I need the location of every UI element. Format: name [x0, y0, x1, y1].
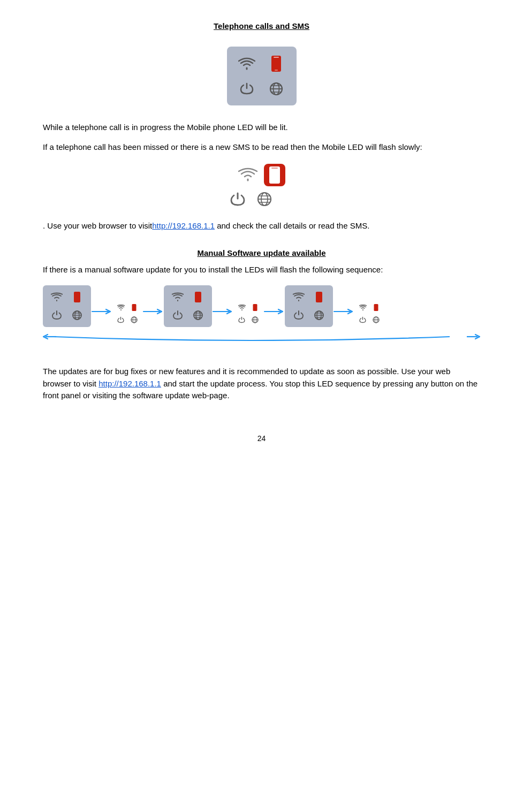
- svg-rect-8: [269, 166, 280, 184]
- svg-rect-9: [271, 168, 278, 169]
- arrow-3: [212, 307, 233, 316]
- mobile-icon-1: [264, 53, 289, 74]
- wifi-icon-1: [234, 53, 260, 74]
- led-sequence-diagram: [43, 285, 480, 344]
- seq-mobile-3: [190, 289, 208, 305]
- seq-globe-4-sm: [249, 315, 261, 325]
- svg-rect-21: [132, 304, 136, 311]
- globe-icon-2: [256, 191, 273, 209]
- led-diagram-missed-call: [43, 164, 480, 209]
- svg-rect-2: [275, 70, 278, 71]
- page-number: 24: [43, 434, 480, 443]
- seq-globe-6-sm: [370, 315, 382, 325]
- globe-icon-1: [264, 78, 289, 99]
- seq-unit-5: [285, 285, 333, 327]
- seq-power-1: [48, 308, 66, 324]
- seq-mobile-1: [69, 289, 87, 305]
- seq-wifi-1: [48, 289, 66, 305]
- seq-power-5: [290, 308, 308, 324]
- seq-unit-3: [164, 285, 212, 327]
- section-title-software-update: Manual Software update available: [43, 248, 480, 257]
- text-active-call: While a telephone call is in progress th…: [43, 122, 480, 134]
- power-icon-2: [229, 191, 246, 209]
- seq-globe-1: [69, 308, 87, 324]
- seq-unit-6: [354, 300, 384, 327]
- svg-rect-25: [195, 292, 201, 302]
- text-browser-visit: . Use your web browser to visithttp://19…: [43, 220, 480, 232]
- loop-arrows: [43, 329, 480, 344]
- seq-wifi-2-sm: [115, 302, 127, 313]
- seq-mobile-4-sm: [249, 302, 261, 313]
- svg-rect-0: [271, 56, 281, 72]
- text-updates-description: The updates are for bug fixes or new fea…: [43, 366, 480, 402]
- seq-mobile-6-sm: [370, 302, 382, 313]
- text-missed-call: If a telephone call has been missed or t…: [43, 141, 480, 154]
- seq-unit-1: [43, 285, 91, 327]
- seq-wifi-5: [290, 289, 308, 305]
- seq-unit-2: [112, 300, 142, 327]
- seq-power-4-sm: [236, 315, 248, 325]
- seq-mobile-5: [310, 289, 329, 305]
- wifi-icon-2: [238, 166, 257, 184]
- page-title: Telephone calls and SMS: [43, 21, 480, 31]
- mobile-icon-highlighted: [264, 164, 285, 186]
- seq-unit-4: [233, 300, 263, 327]
- seq-wifi-3: [169, 289, 187, 305]
- arrow-5: [333, 307, 354, 316]
- svg-rect-1: [274, 57, 279, 58]
- svg-rect-31: [253, 304, 257, 311]
- seq-power-2-sm: [115, 315, 127, 325]
- seq-globe-5: [310, 308, 329, 324]
- seq-globe-3: [190, 308, 208, 324]
- led-diagram-active-call: [43, 47, 480, 105]
- arrow-2: [142, 307, 164, 316]
- svg-rect-15: [74, 292, 80, 302]
- seq-wifi-4-sm: [236, 302, 248, 313]
- seq-power-6-sm: [357, 315, 369, 325]
- seq-power-3: [169, 308, 187, 324]
- arrow-1: [91, 307, 112, 316]
- link-192-2[interactable]: http://192.168.1.1: [98, 379, 161, 388]
- svg-rect-35: [316, 292, 322, 302]
- seq-mobile-2-sm: [128, 302, 140, 313]
- arrow-4: [263, 307, 285, 316]
- text-manual-update: If there is a manual software update for…: [43, 264, 480, 276]
- svg-rect-41: [374, 304, 378, 311]
- seq-globe-2-sm: [128, 315, 140, 325]
- power-icon-1: [234, 78, 260, 99]
- link-192-1[interactable]: http://192.168.1.1: [152, 221, 215, 230]
- led-panel-1: [227, 47, 297, 105]
- seq-wifi-6-sm: [357, 302, 369, 313]
